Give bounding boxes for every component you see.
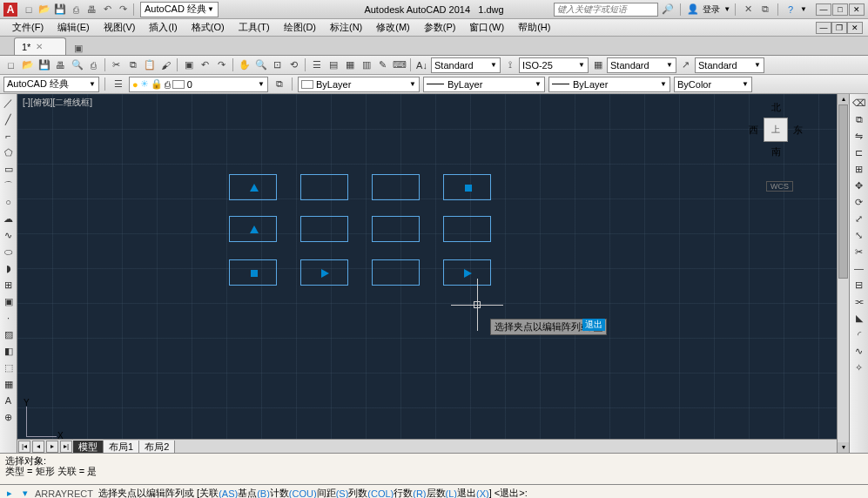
layer-combo[interactable]: ● ☀ 🔒 ⎙ 0▼ [129, 77, 268, 92]
preview-icon[interactable]: 🔍 [70, 57, 84, 72]
tab-next-icon[interactable]: ▸ [46, 441, 58, 453]
rectangle-icon[interactable]: ▭ [2, 162, 16, 176]
array-item[interactable] [300, 174, 348, 200]
menu-window[interactable]: 窗口(W) [462, 19, 511, 36]
array-item[interactable] [443, 174, 491, 200]
save-icon[interactable]: 💾 [53, 3, 67, 17]
tab-prev-icon[interactable]: ◂ [32, 441, 44, 453]
viewport-label[interactable]: [-][俯视][二维线框] [23, 97, 92, 109]
menu-dimension[interactable]: 标注(N) [323, 19, 369, 36]
menu-help[interactable]: 帮助(H) [511, 19, 557, 36]
table-icon[interactable]: ▦ [2, 377, 16, 391]
stretch-icon[interactable]: ⤡ [852, 228, 866, 242]
ellipse-icon[interactable]: ⬭ [2, 245, 16, 259]
array-item[interactable] [229, 216, 277, 242]
hatch-icon[interactable]: ▨ [2, 327, 16, 341]
tab-layout2[interactable]: 布局2 [139, 441, 175, 453]
viewcube-top-face[interactable]: 上 [764, 118, 788, 142]
text-style-combo[interactable]: Standard▼ [431, 57, 501, 73]
help-icon[interactable]: ? [784, 3, 797, 17]
scroll-down-icon[interactable]: ▾ [838, 442, 849, 453]
doc-restore-button[interactable]: ❐ [831, 22, 847, 34]
table-style-combo[interactable]: Standard▼ [607, 57, 676, 73]
dc-icon[interactable]: ▤ [326, 57, 340, 72]
minimize-button[interactable]: — [816, 3, 831, 16]
dynamic-option-exit[interactable]: 退出 [582, 319, 605, 331]
block-icon[interactable]: ▣ [2, 294, 16, 308]
command-line[interactable]: ▸ ▾ ARRAYRECT 选择夹点以编辑阵列或 [关联(AS) 基点(B) 计… [0, 484, 868, 498]
drawing-area[interactable]: [-][俯视][二维线框] 选择夹点以编辑阵列或▼ 退出 北 西 上 [17, 94, 837, 453]
array-item[interactable] [229, 259, 277, 286]
save-icon[interactable]: 💾 [37, 57, 51, 72]
layer-props-icon[interactable]: ☰ [111, 77, 125, 91]
array-item[interactable] [300, 259, 348, 286]
open-icon[interactable]: 📂 [20, 57, 35, 72]
array-icon[interactable]: ⊞ [852, 162, 866, 176]
extend-icon[interactable]: ― [852, 261, 866, 275]
close-button[interactable]: ✕ [849, 3, 865, 16]
mtext-icon[interactable]: A [2, 394, 16, 407]
props-icon[interactable]: ☰ [309, 57, 324, 72]
redo-icon[interactable]: ↷ [214, 57, 229, 72]
new-tab-button[interactable]: ▣ [71, 41, 85, 55]
tab-first-icon[interactable]: |◂ [18, 441, 30, 453]
markup-icon[interactable]: ✎ [375, 57, 390, 72]
spline-icon[interactable]: ∿ [2, 228, 16, 242]
tab-model[interactable]: 模型 [73, 441, 104, 453]
wcs-badge[interactable]: WCS [766, 181, 793, 192]
app-logo[interactable]: A [3, 3, 17, 17]
join-icon[interactable]: ⫘ [852, 294, 866, 308]
array-item[interactable] [372, 259, 420, 286]
file-tab[interactable]: 1* ✕ [14, 37, 66, 55]
command-history[interactable]: 选择对象: 类型 = 矩形 关联 = 是 [0, 453, 868, 484]
chamfer-icon[interactable]: ◣ [852, 311, 866, 325]
xline-icon[interactable]: ╱ [2, 112, 16, 126]
user-icon[interactable]: 👤 [686, 3, 700, 17]
tab-layout1[interactable]: 布局1 [104, 441, 139, 453]
zoom-rt-icon[interactable]: 🔍 [253, 57, 268, 72]
cut-icon[interactable]: ✂ [109, 57, 124, 72]
calc-icon[interactable]: ⌨ [392, 57, 407, 72]
scrollbar-vertical[interactable]: ▴ ▾ [837, 94, 849, 453]
tab-last-icon[interactable]: ▸| [60, 441, 72, 453]
workspace-selector[interactable]: AutoCAD 经典 ▼ [140, 2, 219, 17]
lineweight-combo[interactable]: ByLayer▼ [548, 77, 670, 92]
menu-edit[interactable]: 编辑(E) [50, 19, 97, 36]
blend-icon[interactable]: ∿ [852, 344, 866, 358]
search-icon[interactable]: 🔎 [661, 3, 675, 17]
arc-icon[interactable]: ⌒ [2, 178, 16, 192]
tablestyle-icon[interactable]: ▦ [590, 57, 605, 72]
doc-minimize-button[interactable]: — [816, 22, 831, 34]
tp-icon[interactable]: ▦ [342, 57, 357, 72]
open-icon[interactable]: 📂 [37, 3, 51, 17]
mleader-icon[interactable]: ↗ [678, 57, 693, 72]
paste-icon[interactable]: 📋 [142, 57, 157, 72]
undo-icon[interactable]: ↶ [100, 3, 114, 17]
offset-icon[interactable]: ⊏ [852, 145, 866, 159]
block-icon[interactable]: ▣ [181, 57, 196, 72]
help-search-input[interactable] [554, 3, 658, 17]
trim-icon[interactable]: ✂ [852, 245, 866, 259]
menu-tools[interactable]: 工具(T) [232, 19, 277, 36]
new-icon[interactable]: □ [3, 57, 18, 72]
mleader-style-combo[interactable]: Standard▼ [695, 57, 764, 73]
menu-view[interactable]: 视图(V) [97, 19, 143, 36]
array-item[interactable] [443, 216, 491, 242]
menu-insert[interactable]: 插入(I) [142, 19, 184, 36]
dimstyle-icon[interactable]: ⟟ [502, 57, 517, 72]
new-icon[interactable]: □ [22, 3, 36, 17]
exchange-icon[interactable]: ✕ [741, 3, 755, 17]
menu-parametric[interactable]: 参数(P) [417, 19, 463, 36]
ssm-icon[interactable]: ▥ [359, 57, 373, 72]
workspace-combo[interactable]: AutoCAD 经典▼ [3, 77, 99, 92]
match-icon[interactable]: 🖌 [158, 57, 173, 72]
viewcube[interactable]: 北 西 上 东 南 [741, 101, 811, 179]
plot-icon[interactable]: 🖶 [53, 57, 68, 72]
zoom-prev-icon[interactable]: ⟲ [286, 57, 301, 72]
saveas-icon[interactable]: ⎙ [69, 3, 83, 17]
array-item[interactable] [443, 259, 491, 286]
region-icon[interactable]: ⬚ [2, 360, 16, 374]
array-item[interactable] [300, 216, 348, 242]
plotstyle-combo[interactable]: ByColor▼ [674, 77, 752, 92]
color-combo[interactable]: ByLayer▼ [298, 77, 420, 92]
